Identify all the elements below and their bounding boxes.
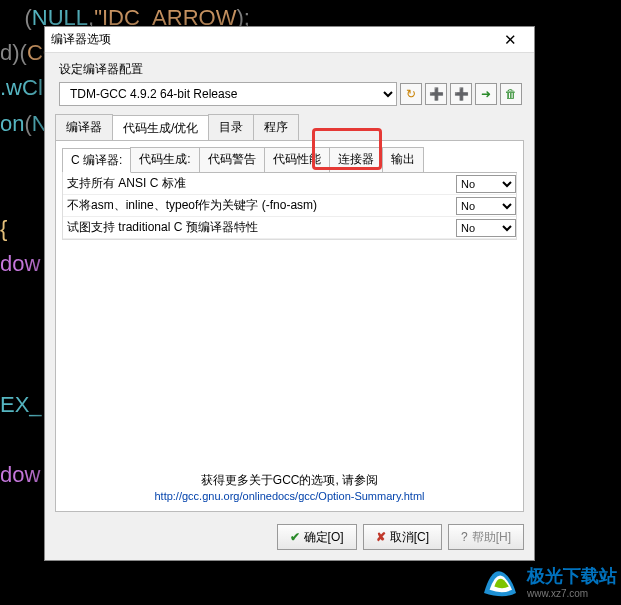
tab-content: C 编译器: 代码生成: 代码警告 代码性能 连接器 输出 支持所有 ANSI … (55, 140, 524, 512)
inner-tab-c-compiler[interactable]: C 编译器: (62, 148, 131, 173)
rename-icon[interactable]: ➜ (475, 83, 497, 105)
profile-area: 设定编译器配置 TDM-GCC 4.9.2 64-bit Release ↻ ➕… (45, 53, 534, 110)
profile-label: 设定编译器配置 (59, 61, 522, 78)
watermark-sub: www.xz7.com (527, 588, 617, 599)
add-icon[interactable]: ➕ (425, 83, 447, 105)
option-label: 支持所有 ANSI C 标准 (63, 175, 456, 192)
option-label: 不将asm、inline、typeof作为关键字 (-fno-asm) (63, 197, 456, 214)
watermark-text-block: 极光下载站 www.xz7.com (527, 564, 617, 599)
outer-tabs: 编译器 代码生成/优化 目录 程序 (55, 114, 524, 140)
option-row: 试图支持 traditional C 预编译器特性 No (63, 217, 516, 239)
watermark-logo-icon (479, 561, 521, 601)
footer-text: 获得更多关于GCC的选项, 请参阅 (201, 473, 378, 487)
delete-icon[interactable]: 🗑 (500, 83, 522, 105)
ok-button[interactable]: ✔确定[O] (277, 524, 357, 550)
inner-tab-output[interactable]: 输出 (382, 147, 424, 172)
add-copy-icon[interactable]: ➕ (450, 83, 472, 105)
refresh-icon[interactable]: ↻ (400, 83, 422, 105)
inner-tab-codegen[interactable]: 代码生成: (130, 147, 199, 172)
option-row: 不将asm、inline、typeof作为关键字 (-fno-asm) No (63, 195, 516, 217)
cancel-button[interactable]: ✘取消[C] (363, 524, 442, 550)
inner-tab-warnings[interactable]: 代码警告 (199, 147, 265, 172)
footer-link[interactable]: http://gcc.gnu.org/onlinedocs/gcc/Option… (154, 490, 424, 502)
watermark: 极光下载站 www.xz7.com (479, 561, 617, 601)
close-icon[interactable]: ✕ (492, 31, 528, 49)
option-value-select[interactable]: No (456, 197, 516, 215)
compiler-options-dialog: 编译器选项 ✕ 设定编译器配置 TDM-GCC 4.9.2 64-bit Rel… (44, 26, 535, 561)
profile-select[interactable]: TDM-GCC 4.9.2 64-bit Release (59, 82, 397, 106)
watermark-text: 极光下载站 (527, 566, 617, 586)
option-value-select[interactable]: No (456, 175, 516, 193)
help-icon: ? (461, 530, 468, 544)
button-bar: ✔确定[O] ✘取消[C] ?帮助[H] (45, 518, 534, 560)
tab-codegen[interactable]: 代码生成/优化 (112, 115, 209, 141)
tab-directories[interactable]: 目录 (208, 114, 254, 140)
footer-hint: 获得更多关于GCC的选项, 请参阅 http://gcc.gnu.org/onl… (62, 466, 517, 505)
profile-row: TDM-GCC 4.9.2 64-bit Release ↻ ➕ ➕ ➜ 🗑 (59, 82, 522, 106)
titlebar: 编译器选项 ✕ (45, 27, 534, 53)
inner-tabs: C 编译器: 代码生成: 代码警告 代码性能 连接器 输出 (62, 147, 517, 173)
inner-tab-profiling[interactable]: 代码性能 (264, 147, 330, 172)
inner-tab-linker[interactable]: 连接器 (329, 147, 383, 172)
tab-compiler[interactable]: 编译器 (55, 114, 113, 140)
option-row: 支持所有 ANSI C 标准 No (63, 173, 516, 195)
option-value-select[interactable]: No (456, 219, 516, 237)
options-list: 支持所有 ANSI C 标准 No 不将asm、inline、typeof作为关… (62, 173, 517, 240)
cross-icon: ✘ (376, 530, 386, 544)
check-icon: ✔ (290, 530, 300, 544)
tab-programs[interactable]: 程序 (253, 114, 299, 140)
help-button[interactable]: ?帮助[H] (448, 524, 524, 550)
dialog-title: 编译器选项 (51, 31, 492, 48)
option-label: 试图支持 traditional C 预编译器特性 (63, 219, 456, 236)
